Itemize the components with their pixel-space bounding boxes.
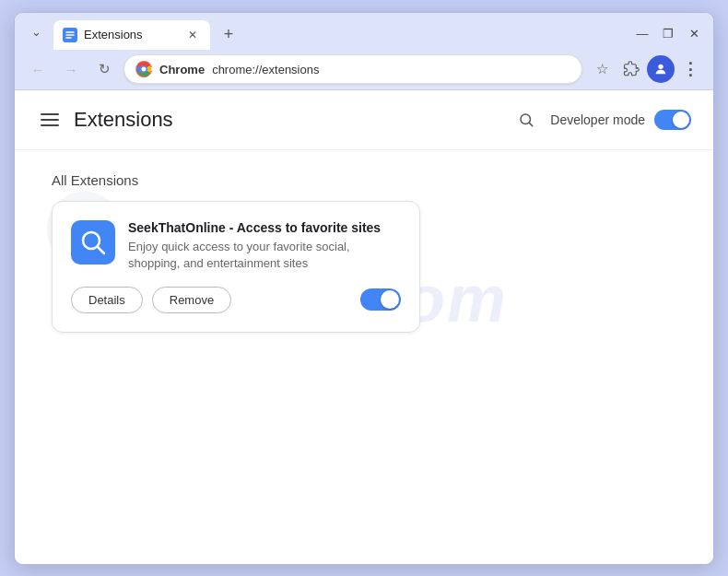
tab-favicon-icon — [63, 28, 77, 42]
seek-icon — [79, 229, 107, 256]
details-button[interactable]: Details — [71, 287, 143, 313]
extension-toggle-knob — [381, 290, 399, 309]
url-display[interactable]: chrome://extensions — [212, 63, 570, 76]
extension-toggle[interactable] — [360, 288, 401, 311]
page-content: Extensions Developer mode — [15, 90, 713, 564]
chrome-brand-label: Chrome — [159, 63, 205, 76]
tab-list-button[interactable]: ⌄ — [22, 18, 50, 46]
refresh-button[interactable]: ↻ — [90, 55, 118, 83]
back-button[interactable]: ← — [24, 55, 52, 83]
extension-actions: Details Remove — [71, 287, 401, 313]
minimize-button[interactable]: — — [630, 22, 654, 46]
extension-info-row: SeekThatOnline - Access to favorite site… — [71, 220, 401, 272]
svg-line-12 — [98, 247, 104, 253]
extension-name: SeekThatOnline - Access to favorite site… — [128, 220, 401, 235]
forward-button[interactable]: → — [57, 55, 85, 83]
window-controls: — ❐ ✕ — [630, 22, 706, 46]
tab-title: Extensions — [84, 28, 178, 41]
hamburger-menu-button[interactable] — [37, 110, 63, 130]
tab-close-button[interactable]: ✕ — [184, 27, 201, 43]
header-right: Developer mode — [511, 105, 691, 135]
search-icon — [518, 112, 534, 128]
more-menu-button[interactable]: ⋮ — [676, 55, 704, 83]
remove-button[interactable]: Remove — [152, 287, 231, 313]
profile-icon — [653, 62, 668, 76]
developer-mode-label: Developer mode — [550, 112, 645, 127]
bookmark-button[interactable]: ☆ — [588, 55, 616, 83]
svg-point-7 — [658, 65, 663, 69]
extensions-menu-button[interactable] — [617, 55, 645, 83]
close-button[interactable]: ✕ — [682, 22, 706, 46]
address-bar[interactable]: Chrome chrome://extensions — [123, 54, 582, 84]
tab-bar: ⌄ Extensions ✕ + — [22, 18, 623, 50]
nav-icons: ☆ ⋮ — [588, 55, 704, 83]
developer-mode-toggle[interactable] — [654, 110, 691, 130]
chrome-logo-icon — [135, 61, 152, 77]
title-bar: ⌄ Extensions ✕ + — ❐ ✕ — [15, 13, 713, 50]
browser-window: ⌄ Extensions ✕ + — ❐ ✕ ← → ↻ — [14, 12, 714, 565]
extension-description: Enjoy quick access to your favorite soci… — [128, 239, 401, 272]
title-group: Extensions — [37, 108, 173, 132]
extension-icon — [71, 220, 115, 264]
page-title: Extensions — [74, 108, 173, 132]
extension-text: SeekThatOnline - Access to favorite site… — [128, 220, 401, 272]
section-title: All Extensions — [52, 172, 676, 188]
active-tab[interactable]: Extensions ✕ — [53, 20, 210, 50]
extension-card: SeekThatOnline - Access to favorite site… — [52, 201, 420, 333]
search-button[interactable] — [511, 105, 541, 135]
navigation-bar: ← → ↻ Chrome chrom — [15, 50, 713, 90]
svg-point-6 — [142, 67, 147, 72]
main-area: All Extensions SeekThatOnline - Access t… — [15, 150, 713, 355]
toggle-knob — [673, 112, 689, 128]
profile-button[interactable] — [647, 55, 675, 83]
extensions-header: Extensions Developer mode — [15, 90, 713, 150]
maximize-button[interactable]: ❐ — [656, 22, 680, 46]
puzzle-icon — [623, 61, 640, 77]
new-tab-button[interactable]: + — [216, 22, 241, 48]
